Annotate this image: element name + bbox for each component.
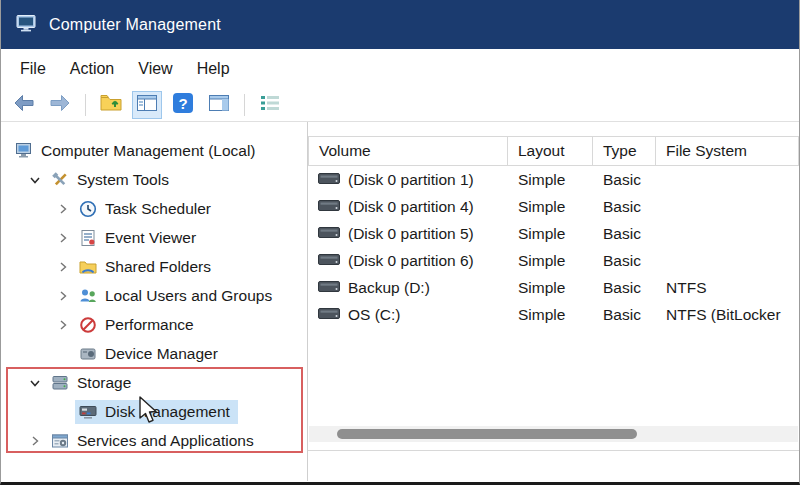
tree-item-performance[interactable]: Performance — [1, 310, 307, 339]
lower-pane — [308, 450, 799, 481]
tree-item-shared-folders[interactable]: Shared Folders — [1, 252, 307, 281]
volume-icon — [318, 279, 340, 297]
table-row[interactable]: Backup (D:) Simple Basic NTFS — [308, 274, 799, 301]
table-header-row: Volume Layout Type File System — [308, 136, 799, 166]
menu-action[interactable]: Action — [58, 49, 126, 88]
tree-item-label: Device Manager — [105, 345, 218, 363]
tree-item-task-scheduler[interactable]: Task Scheduler — [1, 194, 307, 223]
tree-item-disk-management[interactable]: Disk Management — [1, 397, 307, 426]
volume-type: Basic — [593, 193, 656, 220]
back-button[interactable] — [9, 91, 39, 119]
computer-icon — [15, 12, 37, 38]
column-header-volume[interactable]: Volume — [308, 136, 508, 166]
pane-gap — [308, 442, 799, 450]
chevron-spacer — [53, 346, 73, 362]
window-title: Computer Management — [49, 16, 221, 34]
tree-item-services-and-applications[interactable]: Services and Applications — [1, 426, 307, 455]
menu-help[interactable]: Help — [185, 49, 242, 88]
column-header-file-system[interactable]: File System — [656, 136, 799, 166]
volume-icon — [318, 252, 340, 270]
task-scheduler-icon — [78, 200, 98, 218]
tree-item-label: Event Viewer — [105, 229, 196, 247]
volume-name: (Disk 0 partition 5) — [348, 225, 474, 243]
system-tools-icon — [50, 171, 70, 189]
volume-icon — [318, 225, 340, 243]
performance-icon — [78, 316, 98, 334]
toolbar-separator — [244, 94, 245, 116]
titlebar: Computer Management — [1, 0, 799, 49]
table-row[interactable]: (Disk 0 partition 1) Simple Basic — [308, 166, 799, 193]
tree-item-local-users-and-groups[interactable]: Local Users and Groups — [1, 281, 307, 310]
scrollbar-thumb[interactable] — [337, 429, 637, 439]
menu-view[interactable]: View — [126, 49, 184, 88]
toolbar: ? — [1, 88, 799, 122]
shared-folders-icon — [78, 258, 98, 276]
chevron-right-icon[interactable] — [53, 201, 73, 217]
column-header-layout[interactable]: Layout — [508, 136, 593, 166]
table-row[interactable]: (Disk 0 partition 6) Simple Basic — [308, 247, 799, 274]
device-manager-icon — [78, 345, 98, 363]
volume-type: Basic — [593, 301, 656, 328]
volume-filesystem — [656, 247, 799, 274]
chevron-right-icon[interactable] — [25, 433, 45, 449]
tree-item-computer-management-local[interactable]: Computer Management (Local) — [1, 136, 307, 165]
help-button[interactable]: ? — [168, 91, 198, 119]
services-applications-icon — [50, 432, 70, 450]
volume-filesystem: NTFS — [656, 274, 799, 301]
tree-item-label: Storage — [77, 374, 131, 392]
disk-management-icon — [78, 403, 98, 421]
tree-item-label: Shared Folders — [105, 258, 211, 276]
chevron-right-icon[interactable] — [53, 259, 73, 275]
export-list-button[interactable] — [255, 91, 285, 119]
table-row[interactable]: (Disk 0 partition 5) Simple Basic — [308, 220, 799, 247]
toolbar-separator — [85, 94, 86, 116]
volume-name: Backup (D:) — [348, 279, 430, 297]
chevron-right-icon[interactable] — [53, 288, 73, 304]
local-users-groups-icon — [78, 287, 98, 305]
show-action-pane-button[interactable] — [204, 91, 234, 119]
tree-item-storage[interactable]: Storage — [1, 368, 307, 397]
forward-arrow-icon — [48, 91, 72, 119]
volume-layout: Simple — [508, 274, 593, 301]
volume-filesystem — [656, 166, 799, 193]
tree-item-label: Services and Applications — [77, 432, 254, 450]
export-list-icon — [258, 91, 282, 119]
volume-filesystem — [656, 193, 799, 220]
tree-item-system-tools[interactable]: System Tools — [1, 165, 307, 194]
tree-item-label: Disk Management — [105, 403, 230, 421]
chevron-down-icon[interactable] — [25, 375, 45, 391]
event-viewer-icon — [78, 229, 98, 247]
chevron-right-icon[interactable] — [53, 230, 73, 246]
tree-item-label: Task Scheduler — [105, 200, 211, 218]
volume-layout: Simple — [508, 220, 593, 247]
menu-file[interactable]: File — [8, 49, 58, 88]
horizontal-scrollbar[interactable] — [309, 426, 798, 442]
volume-name: OS (C:) — [348, 306, 401, 324]
table-row[interactable]: (Disk 0 partition 4) Simple Basic — [308, 193, 799, 220]
chevron-down-icon[interactable] — [25, 172, 45, 188]
storage-icon — [50, 374, 70, 392]
tree-item-label: System Tools — [77, 171, 169, 189]
action-pane-icon — [207, 91, 231, 119]
volume-layout: Simple — [508, 193, 593, 220]
column-header-type[interactable]: Type — [593, 136, 656, 166]
volume-name: (Disk 0 partition 1) — [348, 171, 474, 189]
volume-icon — [318, 198, 340, 216]
volume-type: Basic — [593, 247, 656, 274]
table-row[interactable]: OS (C:) Simple Basic NTFS (BitLocker — [308, 301, 799, 328]
volume-layout: Simple — [508, 166, 593, 193]
tree-item-event-viewer[interactable]: Event Viewer — [1, 223, 307, 252]
volume-icon — [318, 171, 340, 189]
up-folder-button[interactable] — [96, 91, 126, 119]
tree-item-label: Performance — [105, 316, 194, 334]
volume-name: (Disk 0 partition 4) — [348, 198, 474, 216]
list-empty-area — [308, 328, 799, 426]
forward-button[interactable] — [45, 91, 75, 119]
chevron-spacer — [53, 404, 73, 420]
volume-icon — [318, 306, 340, 324]
chevron-right-icon[interactable] — [53, 317, 73, 333]
tree-item-device-manager[interactable]: Device Manager — [1, 339, 307, 368]
show-console-tree-button[interactable] — [132, 91, 162, 119]
tree-item-label: Computer Management (Local) — [41, 142, 256, 160]
volume-filesystem — [656, 220, 799, 247]
